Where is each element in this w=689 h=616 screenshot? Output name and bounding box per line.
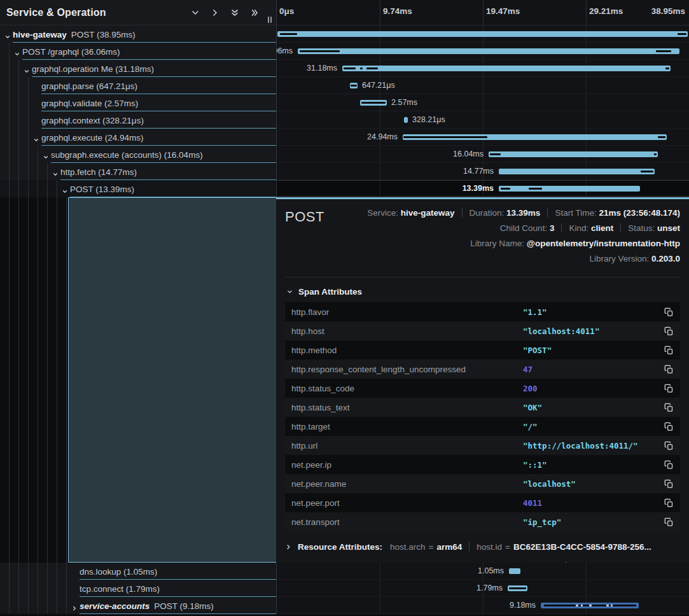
span-timeline-cell[interactable]: 328.21μs	[276, 111, 689, 129]
span-timeline-cell[interactable]: 1.79ms	[276, 580, 689, 597]
span-duration-bar[interactable]	[277, 31, 688, 37]
span-tree-cell[interactable]: http.fetch (14.77ms)	[0, 163, 276, 180]
chevron-down-icon[interactable]	[52, 169, 59, 175]
span-tree-cell[interactable]: hive-gatewayPOST (38.95ms)	[0, 25, 276, 43]
copy-icon[interactable]	[664, 307, 674, 317]
panel-title: Service & Operation	[6, 7, 190, 18]
span-tree-cell[interactable]: graphql.execute (24.94ms)	[0, 129, 276, 146]
span-attributes-toggle[interactable]: Span Attributes	[286, 287, 679, 297]
chevron-down-icon[interactable]	[43, 151, 49, 158]
copy-icon[interactable]	[664, 441, 674, 451]
copy-icon[interactable]	[664, 346, 674, 355]
span-row[interactable]: POST (13.39ms)13.39ms	[0, 180, 689, 197]
span-timeline-cell[interactable]: 647.21μs	[276, 77, 689, 94]
span-row[interactable]: graphql.parse (647.21μs)647.21μs	[0, 77, 689, 94]
collapse-all-button[interactable]	[230, 8, 240, 18]
span-timeline-cell[interactable]: 24.94ms	[276, 129, 689, 146]
child-span-marker	[501, 188, 510, 190]
resource-attributes-row[interactable]: Resource Attributes: host.arch=arm64host…	[285, 542, 680, 552]
span-tree-cell[interactable]: POST (13.39ms)	[0, 180, 276, 197]
span-timeline-cell[interactable]	[276, 25, 689, 43]
span-duration-bar[interactable]	[360, 100, 387, 106]
span-duration-bar[interactable]	[541, 603, 639, 608]
span-duration-bar[interactable]	[342, 66, 671, 71]
copy-icon[interactable]	[664, 365, 674, 374]
span-duration-bar[interactable]	[499, 169, 655, 174]
span-duration-bar[interactable]	[499, 186, 640, 192]
tree-indent-guide	[18, 146, 19, 163]
span-tree-cell[interactable]: dns.lookup (1.05ms)	[0, 563, 276, 580]
chevron-down-icon[interactable]	[4, 31, 11, 38]
span-row[interactable]: tcp.connect (1.79ms)1.79ms	[0, 580, 689, 597]
span-duration-bar[interactable]	[508, 585, 527, 591]
chevron-down-icon[interactable]	[14, 48, 20, 55]
copy-icon[interactable]	[664, 460, 674, 470]
span-duration-bar[interactable]	[350, 83, 358, 88]
expand-one-button[interactable]	[210, 8, 220, 18]
span-row[interactable]: service-accountsPOST (9.18ms)9.18ms	[0, 597, 689, 614]
collapse-one-button[interactable]	[190, 8, 200, 18]
span-tree-cell[interactable]: graphql.operation Me (31.18ms)	[0, 60, 276, 77]
span-row[interactable]: POST /graphql (36.06ms)36.06ms	[0, 43, 689, 60]
expand-all-button[interactable]	[249, 8, 260, 18]
operation-name: POST (38.95ms)	[71, 29, 136, 39]
span-timeline-cell[interactable]: 31.18ms	[276, 60, 689, 77]
chevron-down-icon[interactable]	[24, 66, 30, 72]
attribute-key: net.peer.port	[291, 498, 523, 508]
attribute-key: net.peer.name	[291, 479, 523, 489]
span-timeline-cell[interactable]: 13.39ms	[276, 180, 689, 197]
span-duration-bar[interactable]	[298, 48, 679, 54]
chevron-down-icon[interactable]	[62, 186, 68, 192]
span-tree-cell[interactable]: graphql.parse (647.21μs)	[0, 77, 276, 94]
span-timeline-cell[interactable]: 2.57ms	[276, 94, 689, 111]
copy-icon[interactable]	[664, 326, 674, 336]
span-duration-bar[interactable]	[509, 568, 520, 574]
span-row[interactable]: graphql.operation Me (31.18ms)31.18ms	[0, 60, 689, 77]
tree-indent-guide	[18, 563, 19, 580]
tree-indent-guide	[57, 580, 57, 597]
span-duration-bar[interactable]	[403, 134, 667, 140]
span-tree-cell[interactable]: graphql.validate (2.57ms)	[0, 94, 276, 111]
attribute-key: http.status_code	[291, 384, 523, 393]
operation-name: graphql.context (328.21μs)	[41, 115, 144, 125]
panel-resize-handle[interactable]	[268, 17, 272, 23]
span-timeline-cell[interactable]: 16.04ms	[276, 146, 689, 163]
copy-icon[interactable]	[664, 403, 674, 412]
copy-icon[interactable]	[664, 517, 674, 527]
copy-icon[interactable]	[664, 384, 674, 393]
child-span-marker	[678, 33, 686, 35]
span-row[interactable]: subgraph.execute (accounts) (16.04ms)16.…	[0, 146, 689, 163]
span-duration-bar[interactable]	[404, 117, 408, 123]
span-tree-cell[interactable]: tcp.connect (1.79ms)	[0, 580, 276, 597]
span-row[interactable]: dns.lookup (1.05ms)1.05ms	[0, 563, 689, 580]
chevron-right-icon[interactable]	[71, 603, 78, 609]
detail-meta-line: Service: hive-gatewayDuration: 13.39msSt…	[324, 208, 680, 218]
span-timeline-cell[interactable]: 36.06ms	[276, 43, 689, 60]
attribute-key: http.flavor	[291, 307, 523, 317]
span-row[interactable]: graphql.context (328.21μs)328.21μs	[0, 111, 689, 129]
copy-icon[interactable]	[664, 422, 674, 431]
span-name-label: tcp.connect (1.79ms)	[80, 584, 160, 593]
tree-indent-guide	[28, 580, 29, 597]
child-span-marker	[360, 67, 363, 69]
span-tree-cell[interactable]: subgraph.execute (accounts) (16.04ms)	[0, 146, 276, 163]
copy-icon[interactable]	[664, 479, 674, 489]
span-timeline-cell[interactable]: 14.77ms	[276, 163, 689, 180]
tree-indent-guide	[38, 597, 38, 614]
child-span-marker	[654, 153, 657, 155]
attribute-value: 200	[523, 384, 664, 393]
span-row[interactable]: graphql.validate (2.57ms)2.57ms	[0, 94, 689, 111]
timeline-gridline	[380, 563, 380, 579]
span-row[interactable]: hive-gatewayPOST (38.95ms)	[0, 25, 689, 43]
copy-icon[interactable]	[664, 498, 674, 508]
span-timeline-cell[interactable]: 9.18ms	[276, 597, 689, 614]
span-row[interactable]: graphql.execute (24.94ms)24.94ms	[0, 129, 689, 146]
attribute-value: "ip_tcp"	[523, 517, 664, 527]
span-tree-cell[interactable]: POST /graphql (36.06ms)	[0, 43, 276, 60]
chevron-down-icon[interactable]	[33, 134, 39, 141]
span-tree-cell[interactable]: service-accountsPOST (9.18ms)	[0, 597, 276, 614]
span-row[interactable]: http.fetch (14.77ms)14.77ms	[0, 163, 689, 180]
span-timeline-cell[interactable]: 1.05ms	[276, 563, 689, 580]
span-duration-bar[interactable]	[489, 151, 658, 157]
span-tree-cell[interactable]: graphql.context (328.21μs)	[0, 111, 276, 129]
